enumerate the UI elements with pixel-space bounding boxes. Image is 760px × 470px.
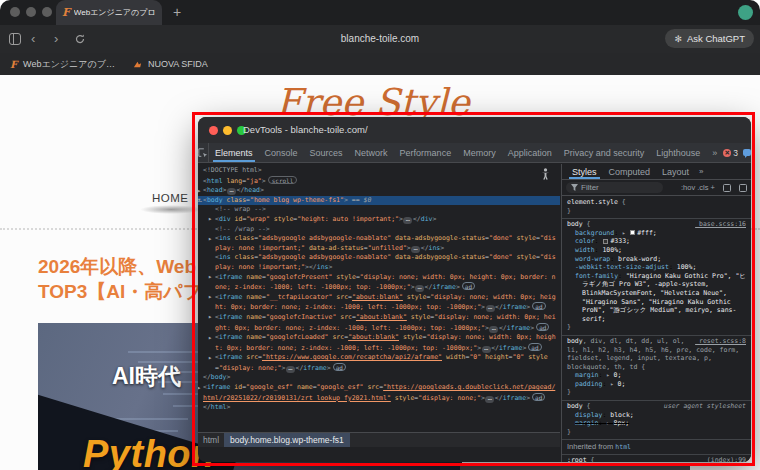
pseudo-icon[interactable]	[723, 184, 731, 192]
more-tabs-icon[interactable]: »	[706, 143, 723, 162]
styles-filter-input[interactable]: Filter	[566, 182, 663, 193]
nav-home-link[interactable]: HOME	[152, 192, 189, 204]
dom-tree-node[interactable]: ▸<iframe name="googlefcInactive" src="ab…	[198, 313, 560, 333]
stylesheet-source-link[interactable]: _base.scss:16	[695, 220, 746, 229]
style-rule[interactable]: _reset.scss:8body, div, dl, dt, dd, ul, …	[562, 336, 751, 401]
code-token: div	[421, 215, 433, 223]
stylesheet-source-link[interactable]: (index):99	[707, 456, 746, 462]
devtools-close-button[interactable]	[209, 126, 218, 135]
collapsed-content-button[interactable]: …	[486, 305, 495, 312]
devtools-minimize-button[interactable]	[223, 126, 232, 135]
css-property[interactable]: font-family: "Hiragino Kaku Gothic Pro",…	[567, 272, 746, 324]
dom-tree-node[interactable]: <html lang="ja">scroll	[198, 176, 560, 187]
dom-tree-node[interactable]: ▸<ins class="adsbygoogle adsbygoogle-noa…	[198, 234, 560, 253]
devtools-tab-memory[interactable]: Memory	[457, 143, 502, 162]
profile-avatar[interactable]	[738, 5, 753, 20]
css-property[interactable]: padding: ▸ 0;	[567, 380, 746, 389]
collapsed-content-button[interactable]: …	[227, 188, 236, 195]
dom-tree-node[interactable]: ▸<iframe name="__tcfapiLocator" src="abo…	[198, 293, 560, 313]
expand-arrow-icon[interactable]: ▸	[208, 313, 212, 323]
expand-value-arrow[interactable]: ▸	[622, 229, 629, 236]
expand-arrow-icon[interactable]: ▸	[208, 334, 212, 344]
dom-tree-node[interactable]: …▾<body class="home blog wp-theme-fs1"> …	[198, 196, 560, 206]
inspect-element-button[interactable]	[198, 143, 209, 162]
window-minimize-button[interactable]	[26, 7, 36, 17]
expand-arrow-icon[interactable]: ▸	[198, 384, 201, 394]
expand-arrow-icon[interactable]: ▸	[208, 293, 212, 303]
devtools-tab-application[interactable]: Application	[502, 143, 558, 162]
dom-tree-node[interactable]: ▸<iframe id="google_esf" name="google_es…	[198, 383, 560, 403]
collapsed-content-button[interactable]: …	[411, 246, 420, 253]
css-property[interactable]: margin: ▸ 8px;	[567, 419, 746, 428]
collapsed-content-button[interactable]: …	[415, 285, 424, 292]
collapsed-content-button[interactable]: …	[482, 346, 491, 353]
console-error-badge[interactable]: ✕3	[723, 148, 738, 158]
new-tab-button[interactable]: +	[168, 3, 186, 21]
collapsed-content-button[interactable]: …	[403, 217, 412, 224]
styles-tab-computed[interactable]: Computed	[603, 164, 657, 179]
collapsed-content-button[interactable]: …	[286, 366, 295, 373]
more-sidebar-tabs-icon[interactable]: »	[695, 164, 707, 179]
styles-tab-layout[interactable]: Layout	[656, 164, 695, 179]
dom-tree-node[interactable]: <!-- wrap -->	[198, 205, 560, 215]
expand-arrow-icon[interactable]: ▸	[208, 273, 212, 283]
style-rule[interactable]: element.style {}	[562, 197, 751, 219]
expand-arrow-icon[interactable]: ▸	[208, 354, 212, 364]
expand-value-arrow[interactable]: ▸	[606, 371, 613, 378]
breadcrumb-body[interactable]: body.home.blog.wp-theme-fs1	[224, 433, 350, 447]
inherited-node-link[interactable]: html	[615, 443, 631, 451]
devtools-tab-elements[interactable]: Elements	[209, 143, 259, 162]
bookmark-item[interactable]: NUOVA SFIDA	[133, 59, 208, 69]
style-rule[interactable]: (index):99:root {--wp--preset--aspect-ra…	[562, 455, 751, 462]
style-rule[interactable]: _base.scss:16body {background: ▸ #fff;co…	[562, 219, 751, 336]
devtools-tab-lighthouse[interactable]: Lighthouse	[650, 143, 706, 162]
collapsed-content-button[interactable]: …	[485, 396, 494, 403]
css-property[interactable]: background: ▸ #fff;	[567, 229, 746, 238]
style-rule[interactable]: user agent stylesheetbody {display: bloc…	[562, 401, 751, 440]
dom-tree-node[interactable]: ▸<iframe src="https://www.google.com/rec…	[198, 353, 560, 373]
panel-toggle-icon[interactable]	[739, 184, 747, 192]
devtools-tab-sources[interactable]: Sources	[304, 143, 349, 162]
window-zoom-button[interactable]	[42, 7, 52, 17]
devtools-tab-network[interactable]: Network	[349, 143, 394, 162]
article-heading[interactable]: 2026年以降、WebTOP3【AI・高パフ	[38, 255, 202, 304]
dom-tree-node[interactable]: </html>	[198, 403, 560, 413]
css-property[interactable]: display: block;	[567, 411, 746, 420]
issues-badge[interactable]: 3	[743, 148, 751, 158]
collapsed-content-button[interactable]: …	[489, 326, 498, 333]
address-bar[interactable]: blanche-toile.com	[0, 25, 760, 53]
expand-value-arrow[interactable]: ▸	[606, 419, 613, 426]
devtools-tab-performance[interactable]: Performance	[394, 143, 458, 162]
code-token: >	[329, 263, 333, 271]
dom-tree-node[interactable]: <!-- /wrap -->	[198, 225, 560, 235]
dom-tree-node[interactable]: </body>	[198, 373, 560, 383]
dom-tree-node[interactable]: ▸<div id="wrap" style="height: auto !imp…	[198, 215, 560, 225]
bookmark-item[interactable]: F Webエンジニアのブ…	[10, 58, 115, 71]
css-property[interactable]: word-wrap: break-word;	[567, 255, 746, 264]
dom-tree-node[interactable]: ▸<iframe name="googlefcPresent" style="d…	[198, 273, 560, 293]
dom-tree-node[interactable]: <!DOCTYPE html>	[198, 166, 560, 176]
expand-arrow-icon[interactable]: ▸	[208, 235, 212, 245]
css-property[interactable]: margin: ▸ 0;	[567, 371, 746, 380]
code-token: >	[411, 283, 415, 291]
color-swatch[interactable]	[603, 239, 608, 244]
styles-tab-styles[interactable]: Styles	[566, 164, 603, 179]
css-property[interactable]: color: #333;	[567, 237, 746, 246]
hov-cls-toggles[interactable]: :hov .cls +	[681, 183, 715, 192]
dom-tree-node[interactable]: <ins class="adsbygoogle adsbygoogle-noab…	[198, 253, 560, 272]
ask-chatgpt-button[interactable]: ✻ Ask ChatGPT	[665, 29, 754, 48]
css-property[interactable]: width: 100%;	[567, 246, 746, 255]
devtools-tab-console[interactable]: Console	[259, 143, 304, 162]
stylesheet-source-link[interactable]: user agent stylesheet	[664, 402, 746, 411]
devtools-tab-privacy-and-security[interactable]: Privacy and security	[558, 143, 651, 162]
property-value: 8px;	[614, 419, 630, 427]
dom-tree-node[interactable]: ▸<iframe name="googlefcLoaded" src="abou…	[198, 333, 560, 353]
code-token: "0"	[513, 353, 525, 361]
dom-tree-node[interactable]: ▸<head>…</head>	[198, 186, 560, 196]
breadcrumb-html[interactable]: html	[198, 435, 224, 445]
css-property[interactable]: -webkit-text-size-adjust: 100%;	[567, 263, 746, 272]
color-swatch[interactable]	[630, 230, 635, 235]
window-close-button[interactable]	[10, 7, 20, 17]
stylesheet-source-link[interactable]: _reset.scss:8	[695, 337, 746, 346]
browser-tab[interactable]: F Webエンジニアのプロ	[56, 0, 162, 25]
